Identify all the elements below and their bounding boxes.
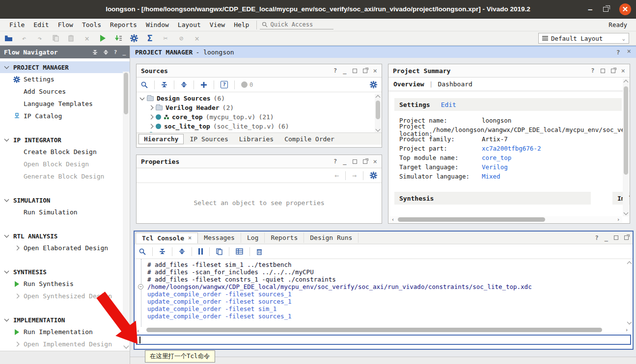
- minimize-panel-icon[interactable]: _: [122, 49, 126, 55]
- help-icon[interactable]: ?: [333, 158, 337, 165]
- layout-selector-dropdown[interactable]: Default Layout ⌄: [538, 33, 629, 44]
- tab-messages[interactable]: Messages: [198, 233, 241, 243]
- scroll-down-icon[interactable]: [376, 127, 381, 132]
- maximize-panel-icon[interactable]: [353, 159, 357, 164]
- chevron-right-icon[interactable]: [13, 294, 21, 298]
- menu-view[interactable]: View: [205, 20, 229, 30]
- flow-section-ip-integrator[interactable]: IP INTEGRATOR: [0, 134, 130, 146]
- sidebar-item-open-synthesized-design[interactable]: Open Synthesized Design: [0, 290, 130, 302]
- minimize-panel-icon[interactable]: _: [605, 234, 608, 241]
- maximize-panel-icon[interactable]: [353, 69, 357, 73]
- properties-settings-gear-icon[interactable]: [370, 172, 377, 179]
- sidebar-item-settings[interactable]: Settings: [0, 73, 130, 85]
- console-log[interactable]: # add_files -fileset sim_1 ../testbench …: [135, 259, 633, 327]
- menu-tools[interactable]: Tools: [78, 20, 106, 30]
- chevron-right-icon[interactable]: [149, 105, 154, 110]
- menu-reports[interactable]: Reports: [106, 20, 141, 30]
- settings-edit-link[interactable]: Edit: [441, 101, 456, 108]
- sidebar-scrollbar[interactable]: [123, 72, 129, 337]
- quick-access-input[interactable]: [270, 21, 328, 28]
- help-box-icon[interactable]: ?: [221, 81, 228, 88]
- float-panel-icon[interactable]: [611, 69, 615, 73]
- menu-file[interactable]: File: [5, 20, 29, 30]
- copy-icon[interactable]: [51, 34, 60, 43]
- redo-icon[interactable]: ↷: [35, 34, 44, 43]
- flow-section-simulation[interactable]: SIMULATION: [0, 194, 130, 206]
- maximize-panel-icon[interactable]: [614, 235, 618, 240]
- minimize-window-icon[interactable]: —: [588, 7, 592, 12]
- chevron-right-icon[interactable]: [149, 115, 154, 120]
- scroll-right-icon[interactable]: ›: [614, 216, 622, 223]
- tab-log[interactable]: Log: [241, 233, 265, 243]
- scroll-left-icon[interactable]: ‹: [389, 216, 397, 223]
- menu-window[interactable]: Window: [141, 20, 173, 30]
- expand-all-icon[interactable]: [103, 50, 109, 55]
- delete-icon[interactable]: ×: [83, 34, 91, 43]
- search-icon[interactable]: [141, 81, 148, 88]
- float-panel-icon[interactable]: [624, 235, 629, 240]
- close-tab-icon[interactable]: ×: [188, 234, 192, 241]
- add-sources-icon[interactable]: [200, 81, 207, 88]
- sidebar-item-open-implemented-design[interactable]: Open Implemented Design: [0, 338, 130, 350]
- menu-flow[interactable]: Flow: [54, 20, 78, 30]
- tree-row-core-top[interactable]: core_top (mycpu_top.v) (21): [137, 112, 382, 122]
- tab-libraries[interactable]: Libraries: [234, 134, 278, 144]
- collapse-marker-icon[interactable]: −: [138, 284, 143, 289]
- help-icon[interactable]: ?: [591, 67, 594, 74]
- scroll-left-icon[interactable]: ‹: [137, 328, 140, 334]
- float-panel-icon[interactable]: [363, 69, 367, 73]
- copy-log-icon[interactable]: [216, 248, 222, 255]
- minimize-panel-icon[interactable]: _: [343, 158, 346, 165]
- flow-section-rtl-analysis[interactable]: RTL ANALYSIS: [0, 230, 130, 242]
- float-panel-icon[interactable]: [363, 159, 367, 164]
- sidebar-item-run-implementation[interactable]: Run Implementation: [0, 326, 130, 338]
- sidebar-item-open-block-design[interactable]: Open Block Design: [0, 158, 130, 170]
- sidebar-item-run-simulation[interactable]: Run Simulation: [0, 206, 130, 218]
- settings-gear-icon[interactable]: [130, 34, 138, 43]
- report-sigma-icon[interactable]: Σ: [145, 34, 154, 43]
- search-icon[interactable]: [139, 248, 146, 255]
- console-hscrollbar[interactable]: ‹ ›: [137, 327, 631, 334]
- tab-dashboard[interactable]: Dashboard: [438, 80, 472, 88]
- console-vscrollbar[interactable]: [626, 260, 633, 326]
- tab-overview[interactable]: Overview: [393, 80, 424, 88]
- sources-scrollbar[interactable]: [375, 94, 381, 132]
- forward-arrow-icon[interactable]: →: [352, 171, 357, 180]
- simulator-language-link[interactable]: Mixed: [482, 173, 500, 180]
- flow-section-implementation[interactable]: IMPLEMENTATION: [0, 314, 130, 326]
- scroll-down-icon[interactable]: [624, 210, 629, 215]
- stop-icon[interactable]: ✂: [161, 34, 170, 43]
- chevron-right-icon[interactable]: [149, 124, 154, 129]
- chevron-down-icon[interactable]: [140, 95, 145, 100]
- top-module-link[interactable]: core_top: [482, 154, 511, 161]
- run-icon[interactable]: [98, 34, 107, 43]
- sidebar-item-generate-block-design[interactable]: Generate Block Design: [0, 170, 130, 182]
- sidebar-item-run-synthesis[interactable]: Run Synthesis: [0, 278, 130, 290]
- trash-icon[interactable]: [256, 248, 262, 255]
- tree-row-design-sources[interactable]: Design Sources (6): [137, 94, 382, 103]
- target-language-link[interactable]: Verilog: [482, 163, 508, 171]
- help-icon[interactable]: ?: [333, 67, 337, 74]
- project-part-link[interactable]: xc7a200tfbg676-2: [482, 145, 541, 152]
- expand-all-icon[interactable]: [179, 248, 185, 255]
- tab-hierarchy[interactable]: Hierarchy: [138, 134, 184, 144]
- collapse-all-icon[interactable]: [161, 81, 167, 88]
- menu-layout[interactable]: Layout: [173, 20, 205, 30]
- help-icon[interactable]: ?: [595, 234, 599, 241]
- close-icon[interactable]: ×: [627, 49, 631, 56]
- pause-icon[interactable]: [198, 248, 203, 255]
- tree-row-clipped[interactable]: [137, 131, 382, 132]
- tab-compile-order[interactable]: Compile Order: [279, 134, 339, 144]
- scroll-up-icon[interactable]: [627, 261, 632, 266]
- attach-icon[interactable]: ⊘: [177, 34, 186, 43]
- scroll-up-icon[interactable]: [376, 95, 381, 100]
- close-panel-icon[interactable]: ×: [373, 68, 377, 73]
- help-icon[interactable]: ?: [114, 49, 117, 55]
- sidebar-item-open-elaborated-design[interactable]: Open Elaborated Design: [0, 242, 130, 254]
- open-project-icon[interactable]: [4, 34, 13, 43]
- collapse-all-icon[interactable]: [159, 248, 166, 255]
- tree-row-soc-lite-top[interactable]: soc_lite_top (soc_lite_top.v) (6): [137, 122, 382, 131]
- close-window-icon[interactable]: ✕: [619, 3, 631, 15]
- tab-design-runs[interactable]: Design Runs: [304, 233, 359, 243]
- scroll-up-icon[interactable]: [624, 80, 629, 85]
